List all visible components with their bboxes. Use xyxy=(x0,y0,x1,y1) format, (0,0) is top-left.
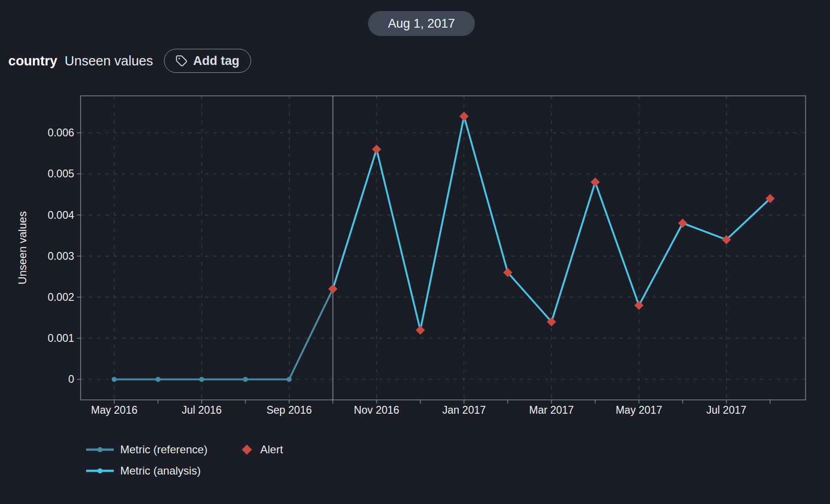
legend-label-analysis[interactable]: Metric (analysis) xyxy=(120,464,235,477)
alert-diamond-swatch[interactable] xyxy=(241,444,253,456)
svg-text:Jan 2017: Jan 2017 xyxy=(442,404,486,416)
analysis-line-swatch[interactable] xyxy=(86,468,114,474)
legend-row-2: Metric (analysis) xyxy=(86,465,283,477)
svg-text:0.002: 0.002 xyxy=(47,291,74,303)
svg-text:Jul 2016: Jul 2016 xyxy=(181,404,222,416)
svg-text:May 2017: May 2017 xyxy=(616,404,662,416)
svg-text:Mar 2017: Mar 2017 xyxy=(529,404,574,416)
svg-text:0.004: 0.004 xyxy=(47,209,74,221)
legend-label-alert[interactable]: Alert xyxy=(260,443,283,456)
legend-row-1: Metric (reference) Alert xyxy=(86,444,283,456)
x-axis-labels: May 2016Jul 2016Sep 2016Nov 2016Jan 2017… xyxy=(91,404,746,416)
legend-label-reference[interactable]: Metric (reference) xyxy=(120,443,235,456)
svg-text:Nov 2016: Nov 2016 xyxy=(354,404,399,416)
svg-text:0: 0 xyxy=(68,373,74,385)
svg-text:Sep 2016: Sep 2016 xyxy=(266,404,311,416)
reference-line-swatch[interactable] xyxy=(86,447,114,452)
gridlines xyxy=(81,96,806,400)
y-axis-labels: 00.0010.0020.0030.0040.0050.006 xyxy=(47,127,74,385)
svg-text:0.003: 0.003 xyxy=(47,250,74,262)
svg-text:0.005: 0.005 xyxy=(47,168,74,180)
reference-markers xyxy=(112,287,336,382)
svg-text:0.001: 0.001 xyxy=(47,332,74,344)
plot-border xyxy=(81,96,806,400)
chart-legend: Metric (reference) Alert Metric (analysi… xyxy=(86,444,283,477)
line-chart-plot-area[interactable]: May 2016Jul 2016Sep 2016Nov 2016Jan 2017… xyxy=(0,0,830,504)
svg-text:May 2016: May 2016 xyxy=(91,404,137,416)
drift-chart-card: Aug 1, 2017 country Unseen values Add ta… xyxy=(0,0,830,504)
reference-line xyxy=(114,289,333,379)
svg-text:Jul 2017: Jul 2017 xyxy=(707,404,747,416)
axis-ticks xyxy=(77,133,770,404)
svg-text:0.006: 0.006 xyxy=(47,127,74,139)
y-axis-title: Unseen values xyxy=(16,211,29,285)
